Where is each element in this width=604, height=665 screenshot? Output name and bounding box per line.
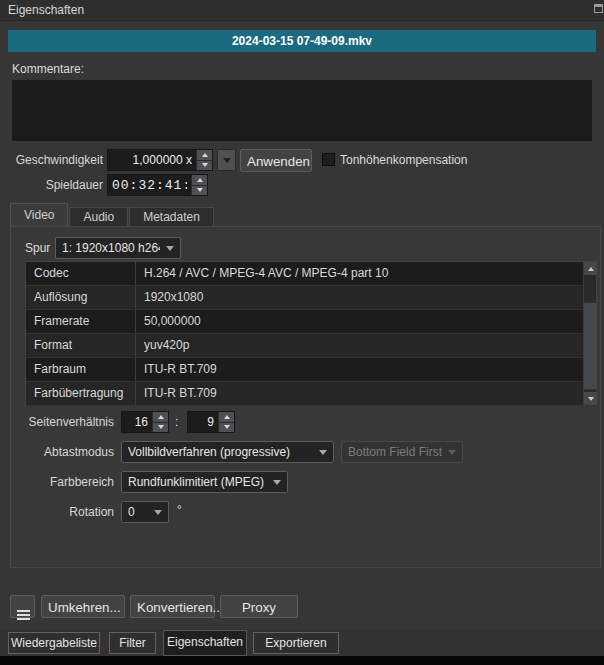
scroll-up-button[interactable] <box>584 262 597 276</box>
speed-input[interactable] <box>108 150 196 170</box>
panel-title: Eigenschaften <box>8 3 84 17</box>
track-combobox[interactable]: 1: 1920x1080 h264 <box>55 237 181 259</box>
pitch-compensation-checkbox[interactable] <box>322 153 335 166</box>
dock-tab-playlist[interactable]: Wiedergabeliste <box>8 632 100 654</box>
rotation-unit: ° <box>177 499 182 521</box>
property-value: yuv420p <box>136 334 596 357</box>
dock-tab-properties[interactable]: Eigenschaften <box>163 630 247 656</box>
chevron-down-icon <box>223 158 231 163</box>
aspect-denominator-spinbox[interactable] <box>187 411 235 433</box>
property-value: ITU-R BT.709 <box>136 358 596 381</box>
table-row: Farbübertragung ITU-R BT.709 <box>26 382 596 406</box>
speed-preset-dropdown-button[interactable] <box>217 149 236 171</box>
file-name-bar: 2024-03-15 07-49-09.mkv <box>8 30 596 52</box>
bottom-edge <box>0 656 604 665</box>
scrollbar-thumb[interactable] <box>584 302 597 390</box>
properties-menu-button[interactable] <box>10 595 35 618</box>
aspect-num-increment-button[interactable] <box>152 412 168 422</box>
arrow-down-icon <box>197 188 203 192</box>
property-name: Auflösung <box>26 286 136 309</box>
chevron-down-icon <box>319 450 327 455</box>
duration-input[interactable] <box>108 175 191 195</box>
color-range-value: Rundfunklimitiert (MPEG) <box>128 475 267 489</box>
aspect-num-decrement-button[interactable] <box>152 422 168 433</box>
arrow-down-icon <box>224 425 230 429</box>
video-tab-pane: Spur 1: 1920x1080 h264 Codec H.264 / AVC… <box>10 226 601 568</box>
properties-tabbar: Video Audio Metadaten <box>10 203 215 227</box>
property-name: Farbübertragung <box>26 382 136 405</box>
rotation-combobox[interactable]: 0 <box>121 501 169 523</box>
table-row: Framerate 50,000000 <box>26 310 596 334</box>
property-value: 1920x1080 <box>136 286 596 309</box>
aspect-denominator-input[interactable] <box>188 412 218 432</box>
arrow-up-icon <box>158 415 164 419</box>
arrow-up-icon <box>197 178 203 182</box>
aspect-ratio-label: Seitenverhältnis <box>11 411 114 433</box>
scan-mode-value: Vollbildverfahren (progressive) <box>128 445 313 459</box>
menu-icon <box>17 610 30 612</box>
table-row: Auflösung 1920x1080 <box>26 286 596 310</box>
property-name: Framerate <box>26 310 136 333</box>
tab-audio[interactable]: Audio <box>69 207 128 227</box>
chevron-down-icon <box>166 246 174 251</box>
field-order-combobox: Bottom Field First <box>341 441 463 463</box>
track-combobox-value: 1: 1920x1080 h264 <box>62 241 160 255</box>
arrow-down-icon <box>588 397 594 401</box>
aspect-ratio-separator: : <box>175 411 178 433</box>
table-row: Format yuv420p <box>26 334 596 358</box>
comments-label: Kommentare: <box>12 62 84 76</box>
duration-increment-button[interactable] <box>191 175 207 185</box>
property-value: ITU-R BT.709 <box>136 382 596 405</box>
arrow-up-icon <box>224 415 230 419</box>
color-range-label: Farbbereich <box>11 471 114 493</box>
arrow-up-icon <box>202 153 208 157</box>
arrow-down-icon <box>202 163 208 167</box>
aspect-den-decrement-button[interactable] <box>218 422 234 433</box>
reverse-button[interactable]: Umkehren... <box>41 595 125 618</box>
float-panel-icon[interactable] <box>594 4 603 13</box>
pitch-compensation-label: Tonhöhenkompensation <box>340 149 467 171</box>
field-order-value: Bottom Field First <box>348 445 442 459</box>
dock-tab-filters[interactable]: Filter <box>109 632 156 654</box>
scan-mode-label: Abtastmodus <box>11 441 114 463</box>
color-range-combobox[interactable]: Rundfunklimitiert (MPEG) <box>121 471 288 493</box>
proxy-button[interactable]: Proxy <box>220 595 298 618</box>
speed-decrement-button[interactable] <box>196 160 212 171</box>
rotation-label: Rotation <box>11 501 114 523</box>
arrow-down-icon <box>158 425 164 429</box>
comments-textarea[interactable] <box>12 80 592 141</box>
chevron-down-icon <box>273 480 281 485</box>
arrow-up-icon <box>588 267 594 271</box>
dock-tabbar: Wiedergabeliste Filter Eigenschaften Exp… <box>0 629 604 656</box>
property-name: Format <box>26 334 136 357</box>
property-value: 50,000000 <box>136 310 596 333</box>
dock-tab-export[interactable]: Exportieren <box>253 632 339 654</box>
tab-video[interactable]: Video <box>10 203 68 227</box>
speed-increment-button[interactable] <box>196 150 212 160</box>
property-name: Farbraum <box>26 358 136 381</box>
rotation-value: 0 <box>128 505 148 519</box>
speed-label: Geschwindigkeit <box>0 149 103 171</box>
panel-titlebar: Eigenschaften <box>0 0 604 21</box>
duration-label: Spieldauer <box>0 174 103 196</box>
scroll-down-button[interactable] <box>584 391 597 405</box>
duration-spinbox[interactable] <box>107 174 208 196</box>
chevron-down-icon <box>448 450 456 455</box>
aspect-numerator-spinbox[interactable] <box>121 411 169 433</box>
convert-button[interactable]: Konvertieren... <box>130 595 215 618</box>
aspect-den-increment-button[interactable] <box>218 412 234 422</box>
table-row: Codec H.264 / AVC / MPEG-4 AVC / MPEG-4 … <box>26 262 596 286</box>
video-properties-table: Codec H.264 / AVC / MPEG-4 AVC / MPEG-4 … <box>25 261 597 406</box>
chevron-down-icon <box>154 510 162 515</box>
property-value: H.264 / AVC / MPEG-4 AVC / MPEG-4 part 1… <box>136 262 596 285</box>
table-scrollbar[interactable] <box>583 262 596 405</box>
tab-metadata[interactable]: Metadaten <box>129 207 214 227</box>
scan-mode-combobox[interactable]: Vollbildverfahren (progressive) <box>121 441 334 463</box>
table-row: Farbraum ITU-R BT.709 <box>26 358 596 382</box>
property-name: Codec <box>26 262 136 285</box>
duration-decrement-button[interactable] <box>191 185 207 196</box>
aspect-numerator-input[interactable] <box>122 412 152 432</box>
speed-spinbox[interactable] <box>107 149 213 171</box>
track-label: Spur <box>25 237 50 259</box>
apply-button[interactable]: Anwenden <box>240 149 312 172</box>
